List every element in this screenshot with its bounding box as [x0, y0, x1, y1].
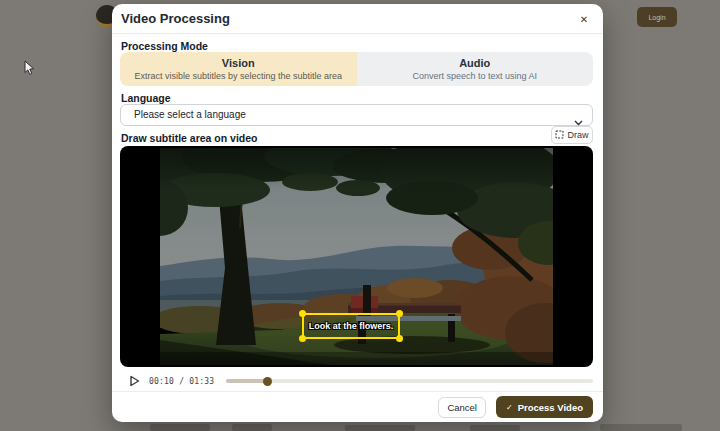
resize-handle-bottom-left[interactable] — [299, 335, 306, 342]
background-content-row — [150, 424, 210, 431]
mode-option-description: Convert speech to text using AI — [412, 71, 537, 81]
current-time: 00:10 — [149, 377, 174, 386]
resize-handle-top-right[interactable] — [396, 310, 403, 317]
video-processing-dialog: Video Processing ✕ Processing Mode Visio… — [112, 4, 603, 422]
process-video-label: Process Video — [518, 402, 583, 413]
mode-option-vision[interactable]: Vision Extract visible subtitles by sele… — [120, 52, 357, 86]
dialog-header: Video Processing ✕ — [112, 4, 603, 34]
draw-button-label: Draw — [567, 130, 588, 140]
background-content-row — [345, 425, 415, 431]
seek-bar[interactable] — [226, 379, 593, 383]
video-player[interactable]: Look at the flowers. — [120, 146, 593, 367]
processing-mode-label: Processing Mode — [121, 40, 208, 52]
dialog-title: Video Processing — [121, 4, 230, 34]
mode-option-description: Extract visible subtitles by selecting t… — [134, 71, 342, 81]
processing-mode-group: Vision Extract visible subtitles by sele… — [120, 52, 593, 86]
draw-button[interactable]: Draw — [551, 126, 593, 144]
draw-area-icon — [555, 130, 564, 141]
language-label: Language — [121, 92, 171, 104]
background-content-row — [600, 424, 682, 431]
subtitle-text: Look at the flowers. — [309, 321, 394, 331]
mode-option-title: Vision — [222, 57, 255, 69]
player-controls: 00:10 / 01:33 — [120, 371, 593, 391]
mode-option-title: Audio — [459, 57, 490, 69]
background-content-row — [232, 424, 272, 431]
resize-handle-top-left[interactable] — [299, 310, 306, 317]
play-button[interactable] — [126, 373, 142, 389]
time-separator: / — [179, 377, 189, 386]
language-select-value: Please select a language — [134, 105, 246, 125]
draw-area-label: Draw subtitle area on video — [121, 132, 258, 144]
time-display: 00:10 / 01:33 — [149, 377, 214, 386]
close-icon[interactable]: ✕ — [577, 12, 591, 26]
language-select[interactable]: Please select a language — [120, 104, 593, 126]
login-button[interactable]: Login — [637, 7, 677, 27]
duration: 01:33 — [189, 377, 214, 386]
process-video-button[interactable]: ✓ Process Video — [496, 396, 593, 418]
progress-thumb[interactable] — [263, 377, 272, 386]
background-content-row — [470, 425, 520, 431]
resize-handle-bottom-right[interactable] — [396, 335, 403, 342]
mode-option-audio[interactable]: Audio Convert speech to text using AI — [357, 52, 594, 86]
subtitle-selection-box[interactable]: Look at the flowers. — [302, 313, 400, 339]
check-icon: ✓ — [506, 403, 513, 412]
progress-fill — [226, 379, 266, 383]
mouse-cursor-icon — [24, 60, 36, 80]
cancel-button[interactable]: Cancel — [438, 397, 486, 418]
dialog-footer: Cancel ✓ Process Video — [112, 391, 603, 422]
